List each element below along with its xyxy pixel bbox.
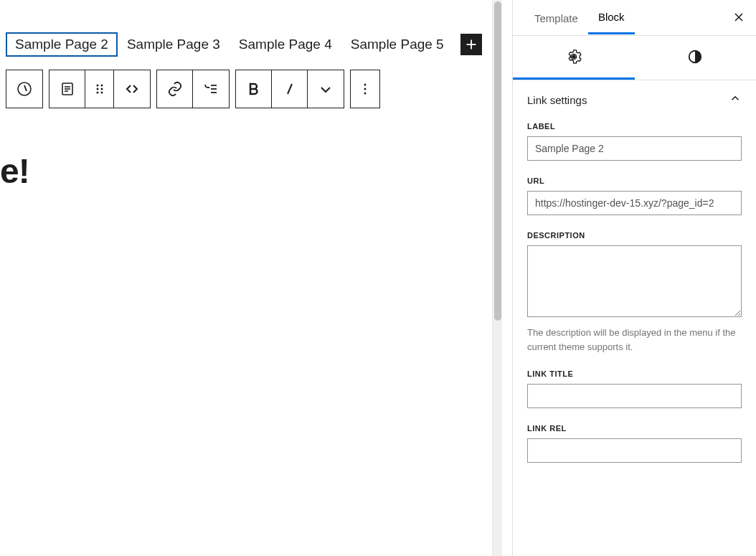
tab-block[interactable]: Block	[588, 1, 635, 34]
block-toolbar	[6, 70, 512, 108]
description-label: DESCRIPTION	[527, 231, 742, 240]
svg-point-18	[364, 84, 367, 86]
chevron-up-icon	[729, 92, 742, 108]
nav-item-sample-page-4[interactable]: Sample Page 4	[230, 32, 341, 57]
link-title-input[interactable]	[527, 384, 742, 408]
nav-item-sample-page-2[interactable]: Sample Page 2	[6, 32, 118, 57]
tab-template[interactable]: Template	[524, 2, 588, 34]
contrast-icon	[687, 49, 703, 65]
description-help-text: The description will be displayed in the…	[527, 326, 742, 354]
dots-vertical-icon	[356, 80, 374, 98]
svg-point-20	[364, 93, 367, 95]
label-label: LABEL	[527, 122, 742, 131]
svg-point-9	[100, 85, 103, 87]
scrollbar-thumb[interactable]	[494, 1, 501, 321]
italic-button[interactable]	[272, 70, 308, 108]
svg-point-23	[572, 55, 576, 59]
link-settings-panel: Link settings LABEL URL DESCRIPTION The …	[513, 80, 756, 493]
link-rel-label: LINK REL	[527, 424, 742, 433]
svg-point-2	[18, 83, 31, 95]
link-button[interactable]	[157, 70, 193, 108]
compass-icon	[16, 80, 33, 98]
svg-point-10	[96, 88, 98, 90]
more-options-button[interactable]	[351, 70, 379, 108]
link-rel-input[interactable]	[527, 438, 742, 463]
close-icon	[732, 10, 746, 24]
editor-canvas: Sample Page 2 Sample Page 3 Sample Page …	[0, 0, 512, 556]
submenu-button[interactable]	[193, 70, 229, 108]
panel-title: Link settings	[527, 94, 587, 106]
drag-handle-button[interactable]	[85, 70, 114, 108]
page-icon	[59, 80, 76, 98]
navigation-menu: Sample Page 2 Sample Page 3 Sample Page …	[6, 32, 512, 57]
gear-icon	[566, 49, 582, 65]
chevrons-icon	[123, 80, 141, 98]
link-icon	[166, 80, 184, 98]
plus-icon	[463, 37, 479, 52]
svg-point-11	[100, 88, 103, 90]
svg-point-19	[364, 88, 367, 90]
bold-icon	[245, 80, 263, 98]
italic-icon	[281, 80, 298, 98]
block-type-button[interactable]	[49, 70, 85, 108]
move-arrows-button[interactable]	[114, 70, 150, 108]
description-textarea[interactable]	[527, 245, 742, 317]
inner-tab-styles[interactable]	[635, 36, 757, 80]
drag-icon	[91, 80, 108, 98]
canvas-scrollbar[interactable]	[492, 0, 502, 556]
add-block-button[interactable]	[460, 34, 482, 55]
more-text-options-button[interactable]	[308, 70, 344, 108]
link-title-label: LINK TITLE	[527, 369, 742, 378]
url-label: URL	[527, 176, 742, 185]
nav-item-sample-page-3[interactable]: Sample Page 3	[118, 32, 230, 57]
svg-point-8	[96, 85, 98, 87]
url-input[interactable]	[527, 191, 742, 215]
sidebar-tabs: Template Block	[513, 0, 756, 36]
inner-tab-settings[interactable]	[513, 36, 635, 80]
chevron-down-icon	[317, 80, 334, 98]
nav-item-sample-page-5[interactable]: Sample Page 5	[341, 32, 453, 57]
panel-toggle-link-settings[interactable]: Link settings	[513, 80, 756, 119]
heading-fragment: e!	[0, 151, 512, 191]
parent-block-button[interactable]	[6, 70, 42, 108]
block-inner-tabs	[513, 36, 756, 80]
panel-body: LABEL URL DESCRIPTION The description wi…	[513, 119, 756, 493]
svg-line-17	[288, 84, 292, 94]
svg-point-12	[96, 92, 98, 94]
svg-point-13	[100, 92, 103, 94]
bold-button[interactable]	[236, 70, 272, 108]
settings-sidebar: Template Block Link settings LABEL URL	[512, 0, 756, 556]
submenu-icon	[202, 80, 219, 98]
svg-line-3	[24, 85, 27, 91]
label-input[interactable]	[527, 136, 742, 161]
close-sidebar-button[interactable]	[730, 9, 747, 26]
